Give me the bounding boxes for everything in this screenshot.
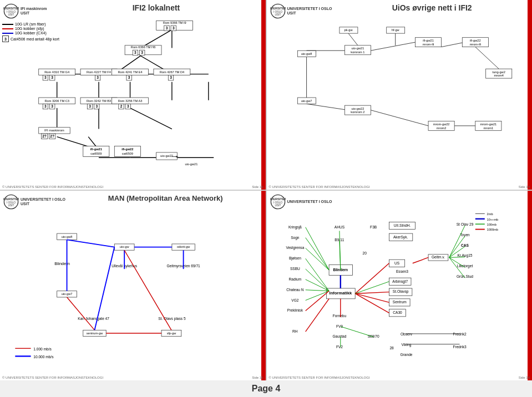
svg-text:uio-gw21: uio-gw21 [351,47,364,50]
svg-text:S68/70: S68/70 [367,334,379,338]
svg-line-248 [412,257,428,263]
svg-text:Rom 4241 TM E4: Rom 4241 TM E4 [118,70,142,74]
svg-text:1.000 mb/s: 1.000 mb/s [33,347,52,351]
svg-line-241 [355,263,389,294]
svg-text:St.Olavsp: St.Olavsp [392,289,408,294]
svg-line-122 [348,33,357,45]
svg-text:Kringsjå: Kringsjå [288,225,301,230]
svg-line-160 [124,250,171,330]
svg-text:UII.StndH.: UII.StndH. [393,223,411,227]
svg-line-245 [355,282,389,294]
svg-text:F3B: F3B [370,225,377,229]
svg-text:mrom2: mrom2 [436,126,446,130]
svg-text:AkerSyk.: AkerSyk. [393,235,407,240]
svg-text:UNIVERSITETET: UNIVERSITETET [270,197,286,201]
svg-text:Fornebu: Fornebu [332,314,346,318]
svg-line-234 [305,269,328,291]
svg-line-129 [306,104,344,109]
svg-text:odorit-gw: odorit-gw [177,245,190,248]
svg-line-235 [305,279,328,291]
svg-text:Rom 4310 TM G4: Rom 4310 TM G4 [44,70,69,74]
svg-text:Rom 9366 TM I9: Rom 9366 TM I9 [163,21,186,24]
logo-text-2: UNIVERSITETET I OSLO USIT [287,7,332,16]
svg-text:mrom1: mrom1 [483,126,493,130]
svg-text:USIT: USIT [8,13,14,16]
svg-text:3: 3 [128,75,130,79]
svg-text:3: 3 [173,26,175,30]
svg-text:Arbinsgt7: Arbinsgt7 [392,279,408,284]
svg-text:3: 3 [51,104,53,108]
svg-text:Rom 3206 TM C3: Rom 3206 TM C3 [44,99,69,103]
svg-text:komrom 2: komrom 2 [351,110,364,114]
svg-line-243 [355,293,389,302]
svg-text:sfp-gw: sfp-gw [167,332,177,335]
svg-text:Grande: Grande [400,353,412,357]
svg-text:USIT: USIT [275,13,281,16]
svg-text:FV2: FV2 [336,345,342,349]
slide-2-title: UiOs øvrige nett i IFI2 [335,3,529,12]
svg-text:Rom 3242 TM B3: Rom 3242 TM B3 [87,99,111,103]
svg-line-128 [475,47,498,69]
svg-text:hf-gw: hf-gw [391,28,399,32]
svg-text:mrom-gw21: mrom-gw21 [480,123,496,126]
svg-text:ifi-gw22: ifi-gw22 [470,39,480,42]
svg-text:2mb: 2mb [487,212,493,216]
svg-text:3: 3 [44,75,47,79]
svg-text:Grün.Stud: Grün.Stud [456,274,473,278]
svg-text:3: 3 [134,50,136,54]
svg-line-242 [355,292,389,294]
svg-text:Kr.Aug15: Kr.Aug15 [457,253,472,258]
svg-text:Rom 4267 TM D4: Rom 4267 TM D4 [160,70,184,74]
slide-2-footer: © UNIVERSITETETS SENTER FOR INFORMASJONS… [269,185,530,189]
slide-3-title: MAN (Metropolitan Area Network) [69,194,262,202]
logo-text-3: UNIVERSITETET I OSLO USIT [21,197,65,207]
svg-text:US: US [394,261,399,265]
svg-text:3: 3 [95,104,98,108]
svg-text:mrom-gw22: mrom-gw22 [433,123,449,126]
svg-text:USIT: USIT [8,204,14,207]
svg-text:ifi-gw22: ifi-gw22 [121,147,133,151]
svg-text:3: 3 [44,104,47,108]
svg-text:RH: RH [292,329,298,333]
svg-text:3: 3 [97,75,99,79]
svg-line-244 [355,293,389,313]
svg-text:Toyen: Toyen [460,233,470,237]
svg-line-249 [449,226,464,257]
svg-text:cat6509: cat6509 [122,152,133,155]
svg-text:Gaustad: Gaustad [332,334,346,338]
svg-text:3: 3 [170,75,172,79]
svg-text:Rom 6366 TM H6: Rom 6366 TM H6 [131,45,155,49]
slide-3-footer: © UNIVERSITETETS SENTER FOR INFORMASJONS… [2,376,264,379]
svg-text:uio-gw: uio-gw [120,245,130,248]
svg-text:mrom-ifi: mrom-ifi [469,43,480,46]
svg-text:UNIVERSITETET: UNIVERSITETET [270,7,286,10]
svg-text:Fredrik3: Fredrik3 [453,345,466,349]
slide-2: UNIVERSITETET I OSLO USIT UNIVERSITETET … [267,0,533,190]
svg-text:Viking: Viking [401,343,411,347]
slide-1-footer: © UNIVERSITETETS SENTER FOR INFORMASJONS… [2,185,264,189]
svg-text:3: 3 [127,104,129,108]
svg-text:pk-gw: pk-gw [344,28,353,32]
svg-text:28: 28 [389,346,394,350]
svg-line-126 [371,42,415,50]
slide-1-network-svg: Rom 9366 TM I9 3 3 Rom 6366 TM H6 3 3 Ro… [0,17,266,179]
svg-text:uio-gw21: uio-gw21 [185,162,197,166]
svg-line-231 [305,238,328,270]
logo-text-4: UNIVERSITETET I OSLO [287,200,332,204]
svg-text:Informatikk: Informatikk [329,291,352,296]
svg-text:Bjølsen: Bjølsen [288,256,301,261]
svg-text:uio-gw22: uio-gw22 [160,154,173,157]
svg-text:3: 3 [141,50,143,54]
slide-1-title: IFI2 lokalnett [50,3,262,12]
svg-text:komrom 1: komrom 1 [351,50,364,54]
svg-text:UNIVERSITETET: UNIVERSITETET [3,7,19,10]
svg-text:uio-gw7: uio-gw7 [62,292,73,296]
svg-text:ifi-gw21: ifi-gw21 [423,39,433,42]
svg-text:UNIVERSITETET: UNIVERSITETET [3,197,19,201]
svg-text:Chateau N: Chateau N [286,288,304,292]
svg-line-232 [305,248,328,270]
svg-text:sentrum-gw: sentrum-gw [87,332,103,335]
logo-text-1: IFI maskinrom USIT [21,7,47,16]
svg-text:mrom4: mrom4 [494,74,504,77]
svg-text:10++mb: 10++mb [487,218,498,221]
